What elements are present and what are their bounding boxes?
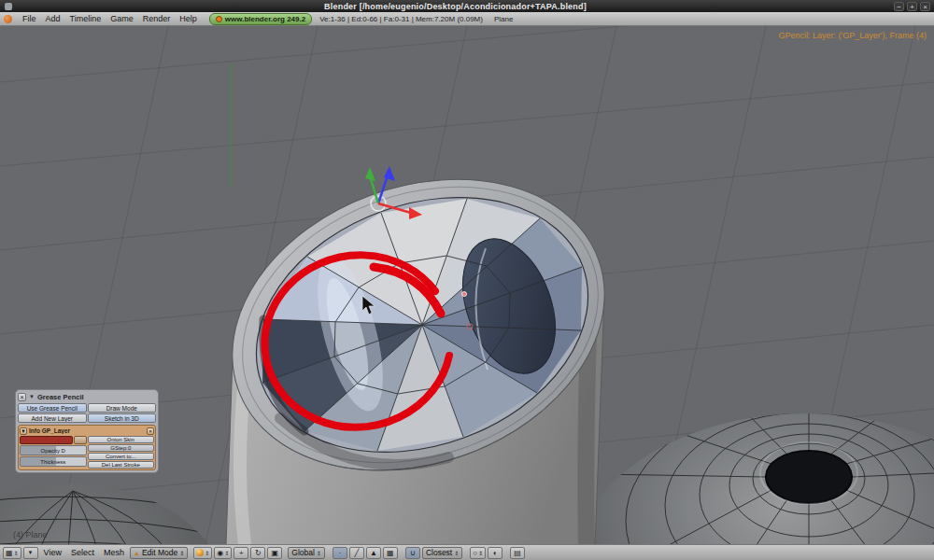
proportional-edit-dropdown[interactable]: ○ ⇕ <box>470 547 486 559</box>
layer-title[interactable]: Info GP_Layer <box>29 427 145 434</box>
edge-select-button[interactable]: ╱ <box>349 547 364 559</box>
view-menu[interactable]: View <box>40 548 65 557</box>
menu-render[interactable]: Render <box>138 14 176 23</box>
coord-space-dropdown[interactable]: Global ⇕ <box>288 547 325 559</box>
face-select-icon: ▲ <box>370 549 377 557</box>
opacity-slider[interactable]: Opacity D <box>20 445 87 455</box>
vertex-select-button[interactable]: ∙ <box>333 547 347 559</box>
updown-icon: ⇕ <box>317 550 321 556</box>
manipulator-rotate-button[interactable]: ↻ <box>250 547 265 559</box>
select-menu[interactable]: Select <box>67 548 98 557</box>
stroke-color-swatch[interactable] <box>20 436 73 444</box>
cylinder-mesh-object[interactable] <box>191 130 646 544</box>
panel-title: Grease Pencil <box>37 393 84 401</box>
mesh-menu[interactable]: Mesh <box>100 548 128 557</box>
render-icon: ▤ <box>514 549 521 557</box>
face-select-button[interactable]: ▲ <box>366 547 381 559</box>
wireframe-sphere-right[interactable] <box>572 390 934 544</box>
sketch-in-3d-button[interactable]: Sketch in 3D <box>88 413 157 423</box>
blender-window: Blender [/home/eugenio/Desktop/Acondicio… <box>0 0 934 560</box>
blender-dot-icon <box>216 16 222 22</box>
mode-label: Edit Mode <box>142 548 177 557</box>
rotate-icon: ↻ <box>255 549 262 557</box>
object-center-dot <box>462 292 467 297</box>
viewport-shading-button[interactable]: ◐ <box>488 547 502 559</box>
view-name-label: (4) Plane <box>13 530 48 539</box>
panel-collapse-icon[interactable]: ▼ <box>29 394 35 399</box>
translate-icon: + <box>239 549 244 557</box>
pivot-dropdown[interactable]: ◉ ⇕ <box>214 547 232 559</box>
manipulator-y-axis-arrow[interactable] <box>365 167 375 181</box>
layer-lock-icon[interactable] <box>74 436 87 444</box>
maximize-button[interactable]: + <box>907 2 917 11</box>
menu-game[interactable]: Game <box>106 14 138 23</box>
view3d-header: ▦ ⇕ ▼ View Select Mesh ▲ Edit Mode ⇕ ⇕ ◉… <box>0 544 934 560</box>
thickness-slider[interactable]: Thickness <box>20 456 87 467</box>
layer-collapse-icon[interactable]: ▼ <box>20 427 27 435</box>
manipulator-translate-button[interactable]: + <box>234 547 248 559</box>
convert-to-button[interactable]: Convert to... <box>88 453 155 460</box>
editor-type-icon: ▦ <box>6 549 13 557</box>
panel-close-icon[interactable]: × <box>18 393 26 401</box>
grease-pencil-panel-header: × ▼ Grease Pencil <box>18 392 156 401</box>
editor-type-button[interactable]: ▦ ⇕ <box>3 547 21 559</box>
close-button[interactable]: × <box>920 2 930 11</box>
version-badge-label: www.blender.org 249.2 <box>225 15 305 23</box>
version-badge[interactable]: www.blender.org 249.2 <box>209 13 312 25</box>
updown-icon: ⇕ <box>205 550 209 556</box>
minimize-button[interactable]: − <box>894 2 904 11</box>
add-new-layer-button[interactable]: Add New Layer <box>18 413 87 423</box>
onion-skin-button[interactable]: Onion Skin <box>88 436 155 443</box>
mode-dropdown[interactable]: ▲ Edit Mode ⇕ <box>130 547 188 559</box>
titlebar: Blender [/home/eugenio/Desktop/Acondicio… <box>0 0 934 12</box>
snap-target-dropdown[interactable]: Closest ⇕ <box>422 547 462 559</box>
grease-pencil-panel[interactable]: × ▼ Grease Pencil Use Grease Pencil Draw… <box>15 389 159 473</box>
snap-magnet-button[interactable]: ∪ <box>405 547 420 559</box>
snap-target-label: Closest <box>426 548 452 557</box>
sphere-pole-hole <box>766 451 852 503</box>
updown-icon: ⇕ <box>179 550 184 556</box>
updown-icon: ⇕ <box>454 550 459 556</box>
pivot-icon: ◉ <box>217 549 223 557</box>
active-object-name: Plane <box>494 15 513 23</box>
window-controls: − + × <box>894 2 930 11</box>
draw-type-sphere-icon <box>196 549 204 556</box>
menu-timeline[interactable]: Timeline <box>65 14 106 23</box>
edge-select-icon: ╱ <box>354 549 359 557</box>
render-preview-button[interactable]: ▤ <box>510 547 525 559</box>
gpencil-status-text: GPencil: Layer: ('GP_Layer'), Frame (4) <box>779 31 927 40</box>
gstep-field[interactable]: GStep:0 <box>88 444 155 452</box>
mode-mesh-icon: ▲ <box>134 550 140 556</box>
menu-add[interactable]: Add <box>41 14 65 23</box>
draw-type-dropdown[interactable]: ⇕ <box>193 547 212 559</box>
viewport-3d[interactable]: GPencil: Layer: ('GP_Layer'), Frame (4) … <box>0 26 934 544</box>
updown-icon: ⇕ <box>224 550 229 556</box>
draw-mode-button[interactable]: Draw Mode <box>88 403 157 413</box>
updown-icon: ⇕ <box>14 550 19 556</box>
updown-icon: ⇕ <box>478 550 483 556</box>
menu-help[interactable]: Help <box>175 14 202 23</box>
magnet-icon: ∪ <box>410 549 416 557</box>
del-last-stroke-button[interactable]: Del Last Stroke <box>88 461 155 469</box>
header-collapse-button[interactable]: ▼ <box>23 547 38 559</box>
window-icon <box>5 3 12 10</box>
collapse-icon: ▼ <box>28 550 34 555</box>
blender-logo-icon[interactable] <box>4 15 12 23</box>
layer-delete-icon[interactable]: × <box>147 427 154 435</box>
scene-stats: Ve:1-36 | Ed:0-66 | Fa:0-31 | Mem:7.20M … <box>319 15 483 23</box>
top-header: File Add Timeline Game Render Help www.b… <box>0 12 934 26</box>
shading-icon: ◐ <box>493 549 498 557</box>
vertex-select-icon: ∙ <box>339 549 341 557</box>
occlude-icon: ▦ <box>387 549 394 557</box>
use-grease-pencil-button[interactable]: Use Grease Pencil <box>18 403 87 413</box>
menu-file[interactable]: File <box>18 14 41 23</box>
window-title: Blender [/home/eugenio/Desktop/Acondicio… <box>17 2 894 11</box>
manipulator-scale-button[interactable]: ▣ <box>267 547 282 559</box>
occlude-toggle-button[interactable]: ▦ <box>383 547 398 559</box>
scale-icon: ▣ <box>272 549 279 557</box>
gpencil-layer-box: ▼ Info GP_Layer × Opacity D Thickness <box>18 425 156 470</box>
coord-space-label: Global <box>291 548 315 557</box>
proportional-edit-icon: ○ <box>473 549 477 557</box>
